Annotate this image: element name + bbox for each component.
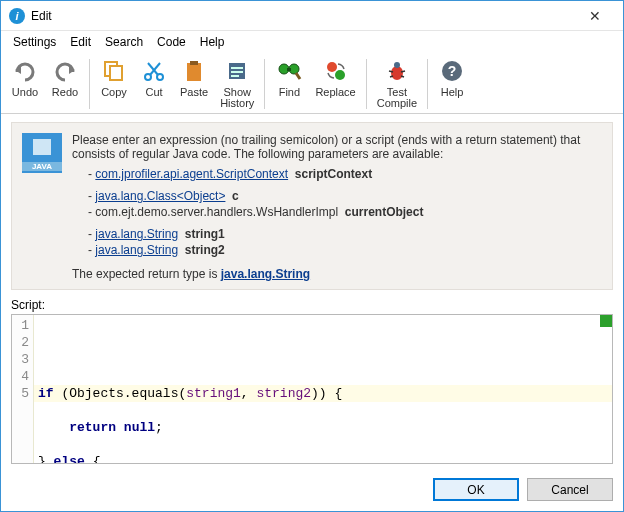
expected-type-link[interactable]: java.lang.String <box>221 267 310 281</box>
bug-icon <box>383 57 411 85</box>
param-name: scriptContext <box>295 167 372 181</box>
redo-icon <box>51 57 79 85</box>
test-compile-button[interactable]: Test Compile <box>371 55 423 113</box>
param-name: c <box>232 189 239 203</box>
svg-rect-11 <box>231 67 243 69</box>
menu-help[interactable]: Help <box>194 33 231 51</box>
param-name: string1 <box>185 227 225 241</box>
param-type-link[interactable]: com.jprofiler.api.agent.ScriptContext <box>95 167 288 181</box>
param-type: com.ejt.demo.server.handlers.WsHandlerIm… <box>95 205 338 219</box>
menu-edit[interactable]: Edit <box>64 33 97 51</box>
close-button[interactable]: ✕ <box>575 8 615 24</box>
param-type-link[interactable]: java.lang.String <box>95 243 178 257</box>
help-icon: ? <box>438 57 466 85</box>
menu-search[interactable]: Search <box>99 33 149 51</box>
code-editor[interactable]: 1 2 3 4 5 if (Objects.equals(string1, st… <box>11 314 613 464</box>
cut-button[interactable]: Cut <box>134 55 174 113</box>
svg-line-23 <box>401 71 405 72</box>
find-button[interactable]: Find <box>269 55 309 102</box>
show-history-button[interactable]: Show History <box>214 55 260 113</box>
param-type-link[interactable]: java.lang.String <box>95 227 178 241</box>
copy-icon <box>100 57 128 85</box>
cut-icon <box>140 57 168 85</box>
help-button[interactable]: ? Help <box>432 55 472 102</box>
svg-line-24 <box>390 76 393 77</box>
toolbar: Undo Redo Copy Cut Paste <box>1 53 623 114</box>
java-badge-icon: JAVA <box>22 133 62 173</box>
svg-rect-8 <box>187 63 201 81</box>
script-label: Script: <box>11 298 613 312</box>
svg-point-18 <box>327 62 337 72</box>
menubar: Settings Edit Search Code Help <box>1 31 623 53</box>
ok-button[interactable]: OK <box>433 478 519 501</box>
paste-icon <box>180 57 208 85</box>
content-area: JAVA Please enter an expression (no trai… <box>1 114 623 470</box>
svg-rect-12 <box>231 71 243 73</box>
find-icon <box>275 57 303 85</box>
app-icon: i <box>9 8 25 24</box>
expected-return: The expected return type is java.lang.St… <box>72 267 602 281</box>
replace-icon <box>322 57 350 85</box>
svg-line-17 <box>296 73 300 79</box>
redo-button[interactable]: Redo <box>45 55 85 102</box>
svg-rect-3 <box>110 66 122 80</box>
svg-point-20 <box>391 66 403 80</box>
param-name: currentObject <box>345 205 424 219</box>
line-gutter: 1 2 3 4 5 <box>12 315 34 463</box>
history-icon <box>223 57 251 85</box>
svg-line-22 <box>389 71 393 72</box>
svg-point-21 <box>394 62 400 68</box>
svg-line-7 <box>150 63 160 75</box>
info-panel: JAVA Please enter an expression (no trai… <box>11 122 613 290</box>
svg-line-6 <box>148 63 158 75</box>
param-list: - com.jprofiler.api.agent.ScriptContext … <box>72 167 602 257</box>
svg-rect-13 <box>231 75 239 77</box>
svg-point-19 <box>335 70 345 80</box>
svg-text:?: ? <box>448 63 457 79</box>
titlebar: i Edit ✕ <box>1 1 623 31</box>
svg-rect-9 <box>190 61 198 65</box>
window-title: Edit <box>31 9 575 23</box>
cancel-button[interactable]: Cancel <box>527 478 613 501</box>
param-type-link[interactable]: java.lang.Class<Object> <box>95 189 225 203</box>
menu-code[interactable]: Code <box>151 33 192 51</box>
replace-button[interactable]: Replace <box>309 55 361 102</box>
param-name: string2 <box>185 243 225 257</box>
info-lead: Please enter an expression (no trailing … <box>72 133 602 161</box>
undo-button[interactable]: Undo <box>5 55 45 102</box>
svg-rect-16 <box>287 68 291 71</box>
menu-settings[interactable]: Settings <box>7 33 62 51</box>
undo-icon <box>11 57 39 85</box>
code-area[interactable]: if (Objects.equals(string1, string2)) { … <box>34 315 612 463</box>
copy-button[interactable]: Copy <box>94 55 134 113</box>
svg-line-25 <box>401 76 404 77</box>
paste-button[interactable]: Paste <box>174 55 214 113</box>
dialog-buttons: OK Cancel <box>1 470 623 511</box>
